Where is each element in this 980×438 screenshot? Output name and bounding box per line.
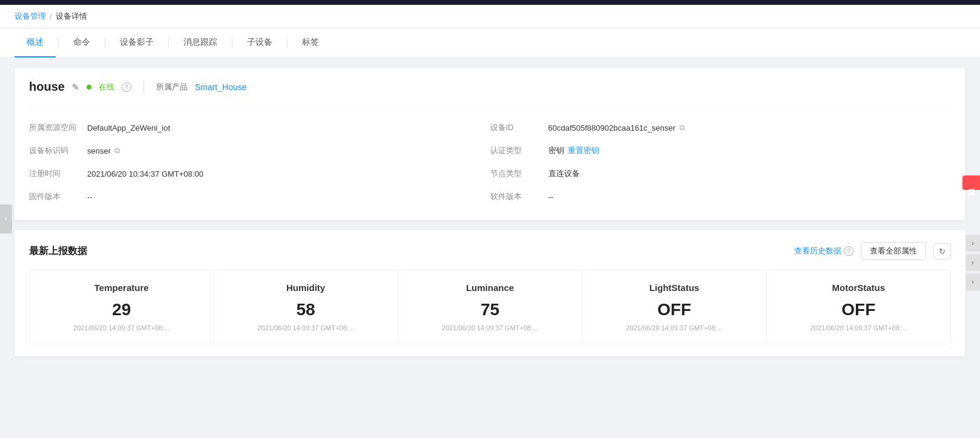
- value-code: senser ⧉: [87, 146, 120, 155]
- card-value-1: 58: [223, 300, 387, 319]
- tab-divider-5: [287, 38, 288, 48]
- label-deviceid: 设备ID: [490, 122, 539, 133]
- info-row-register: 注册时间 2021/06/20 10:34:37 GMT+08:00: [29, 162, 490, 185]
- reset-key-link[interactable]: 重置密钥: [568, 145, 599, 156]
- card-value-3: OFF: [592, 300, 756, 319]
- tab-subdevice[interactable]: 子设备: [235, 28, 284, 57]
- card-time-4: 2021/06/20 14:09:37 GMT+08:...: [777, 324, 941, 332]
- refresh-icon: ↻: [939, 247, 945, 256]
- info-right-col: 设备ID 60cdaf505f880902bcaa161c_senser ⧉ 认…: [490, 116, 952, 208]
- code-text: senser: [87, 146, 111, 155]
- breadcrumb-current: 设备详情: [56, 11, 87, 22]
- history-link-text: 查看历史数据: [794, 246, 841, 257]
- tab-divider-3: [168, 38, 169, 48]
- history-link[interactable]: 查看历史数据 ?: [794, 246, 853, 257]
- card-time-1: 2021/06/20 14:09:37 GMT+08:...: [223, 324, 387, 332]
- data-card-2: Luminance 75 2021/06/20 14:09:37 GMT+08:…: [398, 270, 582, 344]
- right-chevron-icon-2: ›: [972, 258, 974, 267]
- right-chevron-icon: ›: [972, 239, 974, 247]
- tab-trace[interactable]: 消息跟踪: [171, 28, 229, 57]
- tab-tag[interactable]: 标签: [290, 28, 331, 57]
- label-auth: 认证类型: [490, 145, 539, 156]
- data-card-0: Temperature 29 2021/06/20 14:09:37 GMT+0…: [30, 270, 213, 344]
- right-chevron-icon-3: ›: [972, 278, 974, 286]
- card-title-0: Temperature: [39, 283, 203, 293]
- label-nodetype: 节点类型: [490, 168, 539, 179]
- card-value-0: 29: [39, 300, 203, 319]
- refresh-btn[interactable]: ↻: [933, 243, 951, 260]
- data-card-4: MotorStatus OFF 2021/06/20 14:09:37 GMT+…: [767, 270, 950, 344]
- card-title-4: MotorStatus: [777, 283, 941, 293]
- main-content: house ✎ 在线 ? 所属产品 Smart_House 所属资源空间 Def…: [0, 58, 980, 376]
- card-time-3: 2021/06/20 14:09:37 GMT+08:...: [592, 324, 756, 332]
- edit-icon[interactable]: ✎: [72, 82, 79, 92]
- info-row-software: 软件版本 --: [490, 185, 952, 208]
- label-code: 设备标识码: [29, 145, 77, 156]
- status-dot: [87, 85, 91, 90]
- card-title-3: LightStatus: [592, 283, 756, 293]
- data-card-3: LightStatus OFF 2021/06/20 14:09:37 GMT+…: [582, 270, 766, 344]
- history-help-icon[interactable]: ?: [844, 246, 853, 256]
- tab-divider-2: [105, 38, 105, 48]
- card-time-2: 2021/06/20 14:09:37 GMT+08:...: [408, 324, 572, 332]
- value-deviceid: 60cdaf505f880902bcaa161c_senser ⧉: [548, 123, 685, 132]
- right-panel-btn-3[interactable]: ›: [965, 273, 980, 290]
- auth-text: 密钥: [548, 145, 564, 156]
- info-row-code: 设备标识码 senser ⧉: [29, 139, 490, 162]
- right-panel-btn-2[interactable]: ›: [965, 254, 980, 271]
- device-name: house: [29, 80, 65, 94]
- info-row-firmware: 固件版本 --: [29, 185, 490, 208]
- breadcrumb: 设备管理 / 设备详情: [0, 5, 980, 28]
- right-panel-btn-1[interactable]: ›: [965, 235, 980, 252]
- label-register: 注册时间: [29, 168, 77, 179]
- view-all-btn[interactable]: 查看全部属性: [861, 242, 926, 260]
- data-card-1: Humidity 58 2021/06/20 14:09:37 GMT+08:.…: [214, 270, 397, 344]
- tab-divider-4: [232, 38, 232, 48]
- device-info-card: house ✎ 在线 ? 所属产品 Smart_House 所属资源空间 Def…: [15, 68, 965, 220]
- tab-overview[interactable]: 概述: [15, 28, 56, 57]
- breadcrumb-parent[interactable]: 设备管理: [15, 11, 46, 22]
- card-value-2: 75: [408, 300, 572, 319]
- breadcrumb-separator: /: [50, 12, 52, 21]
- feedback-button[interactable]: 反馈: [962, 175, 980, 190]
- data-cards: Temperature 29 2021/06/20 14:09:37 GMT+0…: [29, 270, 951, 344]
- card-title-1: Humidity: [223, 283, 387, 293]
- latest-data-card: 最新上报数据 查看历史数据 ? 查看全部属性 ↻ Temperature 29 …: [15, 230, 965, 356]
- product-label: 所属产品: [156, 82, 188, 93]
- card-time-0: 2021/06/20 14:09:37 GMT+08:...: [39, 324, 203, 332]
- copy-deviceid-icon[interactable]: ⧉: [679, 123, 685, 132]
- info-row-auth: 认证类型 密钥 重置密钥: [490, 139, 952, 162]
- info-left-col: 所属资源空间 DefaultApp_ZeWeni_iot 设备标识码 sense…: [29, 116, 490, 208]
- top-bar: [0, 0, 980, 5]
- value-nodetype: 直连设备: [548, 168, 580, 179]
- label-firmware: 固件版本: [29, 191, 77, 202]
- value-software: --: [548, 192, 554, 201]
- product-link[interactable]: Smart_House: [195, 82, 247, 92]
- info-row-deviceid: 设备ID 60cdaf505f880902bcaa161c_senser ⧉: [490, 116, 952, 139]
- tab-command[interactable]: 命令: [61, 28, 102, 57]
- device-header: house ✎ 在线 ? 所属产品 Smart_House: [29, 80, 951, 94]
- chevron-left-icon: ‹: [5, 215, 7, 223]
- tabs-bar: 概述 命令 设备影子 消息跟踪 子设备 标签: [0, 28, 980, 58]
- info-row-nodetype: 节点类型 直连设备: [490, 162, 952, 185]
- header-divider: [143, 81, 144, 93]
- section-actions: 查看历史数据 ? 查看全部属性 ↻: [794, 242, 951, 260]
- section-header: 最新上报数据 查看历史数据 ? 查看全部属性 ↻: [29, 242, 951, 260]
- value-firmware: --: [87, 192, 93, 201]
- section-title: 最新上报数据: [29, 245, 87, 258]
- label-resource: 所属资源空间: [29, 122, 77, 133]
- card-title-2: Luminance: [408, 283, 572, 293]
- help-icon[interactable]: ?: [122, 82, 131, 92]
- label-software: 软件版本: [490, 191, 539, 202]
- left-arrow-btn[interactable]: ‹: [0, 204, 12, 234]
- right-panel: › › ›: [965, 235, 980, 290]
- info-row-resource: 所属资源空间 DefaultApp_ZeWeni_iot: [29, 116, 490, 139]
- value-auth: 密钥 重置密钥: [548, 145, 599, 156]
- status-text: 在线: [99, 82, 114, 93]
- tab-shadow[interactable]: 设备影子: [108, 28, 166, 57]
- copy-code-icon[interactable]: ⧉: [114, 146, 120, 155]
- value-resource: DefaultApp_ZeWeni_iot: [87, 123, 170, 132]
- tab-divider-1: [58, 38, 59, 48]
- deviceid-text: 60cdaf505f880902bcaa161c_senser: [548, 123, 676, 132]
- value-register: 2021/06/20 10:34:37 GMT+08:00: [87, 169, 203, 178]
